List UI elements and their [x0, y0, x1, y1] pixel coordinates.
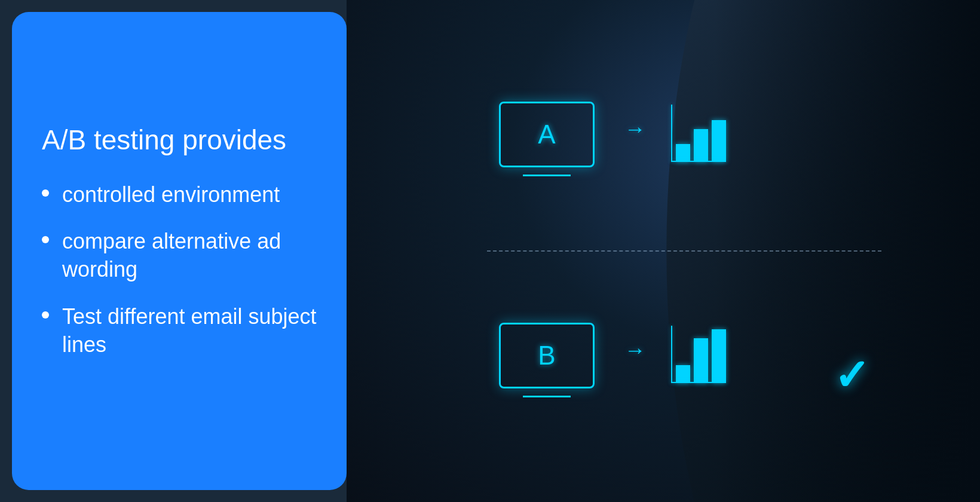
bar-chart-a — [676, 105, 726, 164]
bar-a3 — [712, 120, 726, 162]
bar-a1 — [676, 144, 690, 162]
bullet-text-2: compare alternative ad wording — [62, 228, 317, 284]
bullet-dot — [42, 189, 49, 197]
info-panel: A/B testing provides controlled environm… — [12, 12, 347, 490]
bullet-list: controlled environment compare alternati… — [42, 181, 317, 378]
bullet-text-3: Test different email subject lines — [62, 303, 317, 359]
bar-a2 — [694, 129, 708, 162]
bullet-dot — [42, 311, 49, 319]
arrow-a: → — [624, 117, 646, 142]
divider — [487, 250, 881, 252]
version-a-section: A → — [499, 102, 726, 167]
list-item: compare alternative ad wording — [42, 228, 317, 284]
list-item: controlled environment — [42, 181, 317, 209]
bar-chart-b — [676, 326, 726, 385]
panel-title: A/B testing provides — [42, 124, 317, 157]
version-a-label: A — [538, 120, 555, 149]
bar-b1 — [676, 365, 690, 383]
arrow-b: → — [624, 338, 646, 363]
bar-b3 — [712, 329, 726, 383]
monitor-a: A — [499, 102, 595, 167]
version-b-label: B — [538, 341, 555, 371]
ab-diagram: A → B → ✓ — [475, 84, 893, 418]
bullet-text-1: controlled environment — [62, 181, 280, 209]
version-b-section: B → — [499, 323, 726, 388]
list-item: Test different email subject lines — [42, 303, 317, 359]
checkmark-icon: ✓ — [834, 350, 869, 400]
bar-b2 — [694, 338, 708, 383]
right-panel: A → B → ✓ — [347, 0, 980, 502]
bullet-dot — [42, 236, 49, 243]
monitor-b: B — [499, 323, 595, 388]
